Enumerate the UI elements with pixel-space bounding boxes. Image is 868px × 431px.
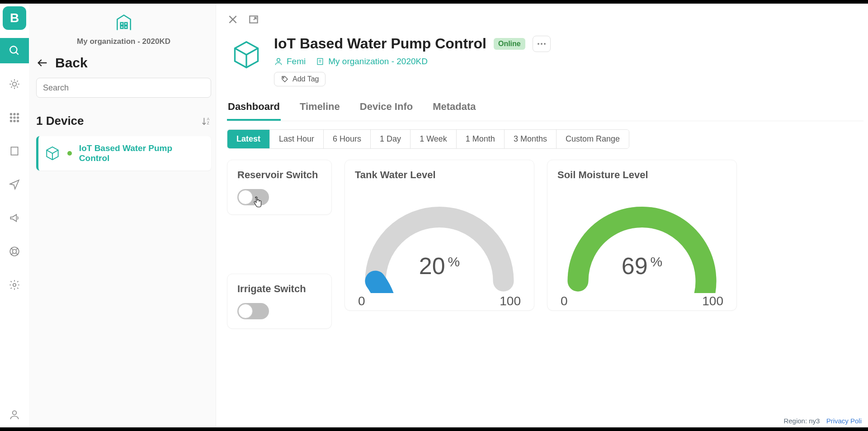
svg-point-14: [10, 117, 12, 118]
toggle-knob: [238, 304, 253, 318]
owner-name: Femi: [287, 57, 306, 66]
window-bottom-border: [0, 427, 868, 431]
tabs: DashboardTimelineDevice InfoMetadata: [227, 98, 863, 121]
window-top-border: [0, 0, 868, 4]
svg-line-30: [16, 253, 18, 255]
cursor-hand-icon: [252, 196, 264, 210]
soil-min: 0: [561, 294, 568, 308]
add-tag-button[interactable]: Add Tag: [274, 72, 326, 86]
svg-line-31: [11, 253, 13, 255]
expand-icon: [248, 14, 259, 25]
device-title: IoT Based Water Pump Control: [274, 35, 486, 52]
user-icon[interactable]: [0, 402, 29, 427]
back-button[interactable]: Back: [36, 52, 211, 78]
soil-gauge-card: Soil Moisture Level 69% 0 100: [547, 160, 737, 311]
svg-line-1: [16, 52, 18, 54]
send-icon[interactable]: [0, 172, 29, 197]
svg-line-32: [16, 248, 18, 250]
reservoir-toggle[interactable]: [237, 189, 269, 205]
soil-max: 100: [702, 294, 723, 308]
device-list-item[interactable]: IoT Based Water Pump Control: [36, 136, 211, 171]
svg-point-34: [13, 411, 17, 415]
device-count: 1 Device: [36, 114, 84, 128]
svg-point-12: [14, 114, 15, 115]
tab-metadata[interactable]: Metadata: [432, 98, 476, 121]
svg-rect-35: [120, 23, 123, 25]
device-header: IoT Based Water Pump Control Online Femi…: [227, 35, 863, 86]
org-link[interactable]: My organization - 2020KD: [316, 57, 428, 66]
range-1-week[interactable]: 1 Week: [410, 130, 457, 148]
person-icon: [274, 57, 283, 66]
close-button[interactable]: [227, 14, 239, 27]
irrigate-switch-card: Irrigate Switch: [227, 274, 332, 329]
more-button[interactable]: [533, 36, 551, 52]
back-label: Back: [55, 55, 88, 71]
org-icon: [316, 57, 325, 66]
widgets-row: Reservoir Switch Irrigate Switch Tank Wa…: [227, 160, 863, 329]
svg-line-9: [11, 86, 12, 87]
add-tag-label: Add Tag: [292, 75, 319, 83]
search-input[interactable]: [36, 78, 211, 98]
lifebuoy-icon[interactable]: [0, 239, 29, 264]
tab-dashboard[interactable]: Dashboard: [227, 98, 281, 121]
svg-point-0: [10, 46, 17, 53]
svg-point-51: [544, 43, 546, 45]
grid-icon[interactable]: [0, 105, 29, 130]
tank-max: 100: [500, 294, 521, 308]
sort-az-icon: AZ: [201, 116, 211, 127]
toggle-knob: [238, 190, 253, 204]
range-6-hours[interactable]: 6 Hours: [324, 130, 371, 148]
range-last-hour[interactable]: Last Hour: [270, 130, 324, 148]
region-label: Region: ny3: [783, 417, 820, 425]
svg-point-2: [13, 82, 17, 86]
range-custom-range[interactable]: Custom Range: [557, 130, 629, 148]
icon-rail: B: [0, 4, 29, 427]
svg-point-52: [277, 58, 280, 62]
tank-min: 0: [358, 294, 365, 308]
irrigate-toggle[interactable]: [237, 303, 269, 319]
arrow-left-icon: [36, 57, 49, 69]
sidebar: My organization - 2020KD Back 1 Device A…: [29, 4, 216, 427]
tab-device-info[interactable]: Device Info: [359, 98, 414, 121]
svg-point-17: [10, 120, 12, 122]
spark-icon[interactable]: [0, 71, 29, 97]
owner-link[interactable]: Femi: [274, 57, 306, 66]
status-badge: Online: [494, 38, 525, 50]
range-1-day[interactable]: 1 Day: [371, 130, 410, 148]
tab-timeline[interactable]: Timeline: [299, 98, 341, 121]
building-icon[interactable]: [0, 138, 29, 164]
tank-title: Tank Water Level: [355, 169, 524, 181]
svg-line-10: [17, 81, 18, 81]
svg-point-28: [13, 250, 17, 254]
svg-line-8: [17, 86, 18, 87]
privacy-link[interactable]: Privacy Poli: [826, 417, 862, 425]
gear-icon[interactable]: [0, 272, 29, 298]
org-block[interactable]: My organization - 2020KD: [36, 10, 211, 52]
range-3-months[interactable]: 3 Months: [505, 130, 557, 148]
svg-point-33: [13, 284, 16, 287]
svg-rect-36: [124, 23, 127, 25]
soil-value: 69%: [622, 252, 663, 279]
app-logo[interactable]: B: [3, 6, 26, 30]
reservoir-switch-card: Reservoir Switch: [227, 160, 332, 215]
main-panel: IoT Based Water Pump Control Online Femi…: [216, 4, 868, 427]
footer: Region: ny3 Privacy Poli: [783, 417, 862, 425]
expand-button[interactable]: [248, 14, 259, 27]
svg-point-16: [17, 117, 19, 118]
sort-button[interactable]: AZ: [201, 116, 211, 127]
svg-rect-37: [120, 26, 123, 28]
device-name: IoT Based Water Pump Control: [79, 143, 205, 163]
soil-title: Soil Moisture Level: [557, 169, 726, 181]
device-cube-icon: [231, 39, 262, 71]
megaphone-icon[interactable]: [0, 205, 29, 231]
close-icon: [227, 14, 239, 25]
rail-search-icon[interactable]: [0, 38, 29, 63]
tag-icon: [281, 75, 289, 83]
svg-point-19: [17, 120, 19, 122]
org-building-icon: [114, 13, 134, 33]
range-1-month[interactable]: 1 Month: [457, 130, 505, 148]
svg-point-13: [17, 114, 19, 115]
range-latest[interactable]: Latest: [227, 130, 270, 148]
svg-point-50: [541, 43, 542, 45]
org-name: My organization - 2020KD: [36, 37, 211, 46]
